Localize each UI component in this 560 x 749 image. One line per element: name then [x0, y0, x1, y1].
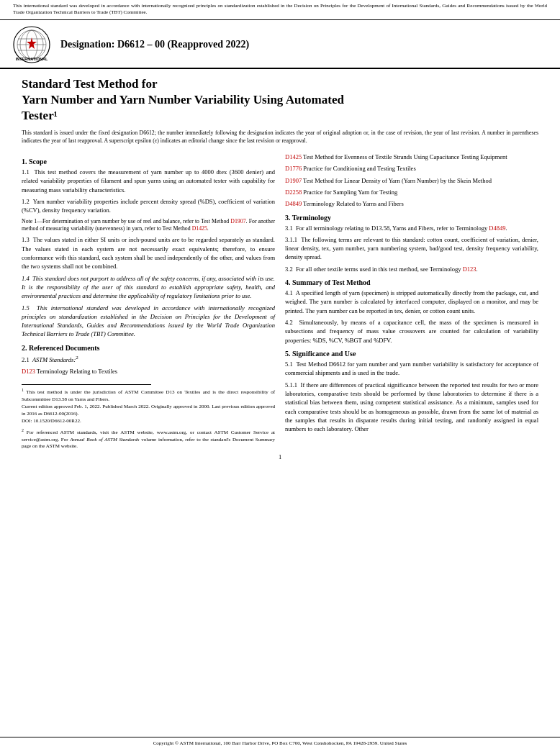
main-title-section: Standard Test Method for Yarn Number and… [0, 69, 560, 153]
ref-list: D123 Terminology Relating to Textiles [22, 367, 275, 376]
scope-p1-4: 1.4 This standard does not purport to ad… [22, 274, 275, 301]
link-d123[interactable]: D123 [22, 368, 35, 375]
significance-heading: 5. Significance and Use [285, 350, 538, 358]
ref-list-right: D1425 Test Method for Evenness of Textil… [285, 153, 538, 209]
scope-p1-2: 1.2 Yarn number variability properties i… [22, 197, 275, 215]
link-d1425-note[interactable]: D1425 [192, 225, 207, 232]
top-notice: This international standard was develope… [0, 0, 560, 20]
link-d1425[interactable]: D1425 [285, 153, 302, 160]
two-column-layout: 1. Scope 1.1 This test method covers the… [0, 153, 560, 450]
header-section: INTERNATIONAL Designation: D6612 – 00 (R… [0, 20, 560, 69]
designation-block: Designation: D6612 – 00 (Reapproved 2022… [60, 39, 249, 50]
right-column: D1425 Test Method for Evenness of Textil… [285, 153, 538, 450]
terminology-heading: 3. Terminology [285, 214, 538, 222]
scope-p1-5: 1.5 This international standard was deve… [22, 304, 275, 339]
footer-copyright: Copyright © ASTM International, 100 Barr… [0, 737, 560, 749]
ref-d123-text: Terminology Relating to Textiles [35, 368, 117, 375]
link-d1776[interactable]: D1776 [285, 165, 302, 172]
footnote-section: 1 This test method is under the jurisdic… [22, 384, 275, 450]
link-d123-term[interactable]: D123 [463, 265, 477, 273]
significance-p5-1: 5.1 Test Method D6612 for yarn number an… [285, 360, 538, 378]
link-d1907[interactable]: D1907 [285, 177, 302, 184]
summary-p4-2: 4.2 Simultaneously, by means of a capaci… [285, 318, 538, 345]
designation-text: Designation: D6612 – 00 (Reapproved 2022… [60, 39, 249, 50]
summary-heading: 4. Summary of Test Method [285, 278, 538, 286]
scope-p1-1: 1.1 This test method covers the measurem… [22, 168, 275, 194]
main-title: Standard Test Method for Yarn Number and… [22, 76, 538, 124]
footnote-1: 1 This test method is under the jurisdic… [22, 387, 275, 425]
ref-docs-p2-1: 2.1 ASTM Standards:2 [22, 354, 275, 364]
footnote-divider [22, 384, 151, 385]
terminology-p3-1: 3.1 For all terminology relating to D13.… [285, 224, 538, 232]
astm-logo: INTERNATIONAL [13, 26, 50, 63]
standard-note: This standard is issued under the fixed … [22, 130, 538, 145]
scope-note1: Note 1—For determination of yarn number … [22, 218, 275, 234]
ref-docs-heading: 2. Referenced Documents [22, 344, 275, 352]
footnote-2: 2 For referenced ASTM standards, visit t… [22, 427, 275, 451]
scope-p1-3: 1.3 The values stated in either SI units… [22, 235, 275, 271]
significance-p5-1-1: 5.1.1 If there are differences of practi… [285, 381, 538, 434]
link-d4849-term[interactable]: D4849 [489, 224, 505, 232]
terminology-p3-2: 3.2 For all other textile terms used in … [285, 265, 538, 273]
left-column: 1. Scope 1.1 This test method covers the… [22, 153, 275, 450]
summary-p4-1: 4.1 A specified length of yarn (specimen… [285, 289, 538, 315]
scope-heading: 1. Scope [22, 158, 275, 165]
top-notice-text: This international standard was develope… [13, 3, 547, 15]
terminology-p3-1-1: 3.1.1 The following terms are relevant t… [285, 235, 538, 262]
page: This international standard was develope… [0, 0, 560, 749]
link-d1907-note[interactable]: D1907 [230, 218, 245, 224]
page-number: 1 [0, 453, 560, 460]
link-d2258[interactable]: D2258 [285, 189, 302, 196]
link-d4849[interactable]: D4849 [285, 200, 302, 207]
svg-text:INTERNATIONAL: INTERNATIONAL [16, 57, 48, 61]
